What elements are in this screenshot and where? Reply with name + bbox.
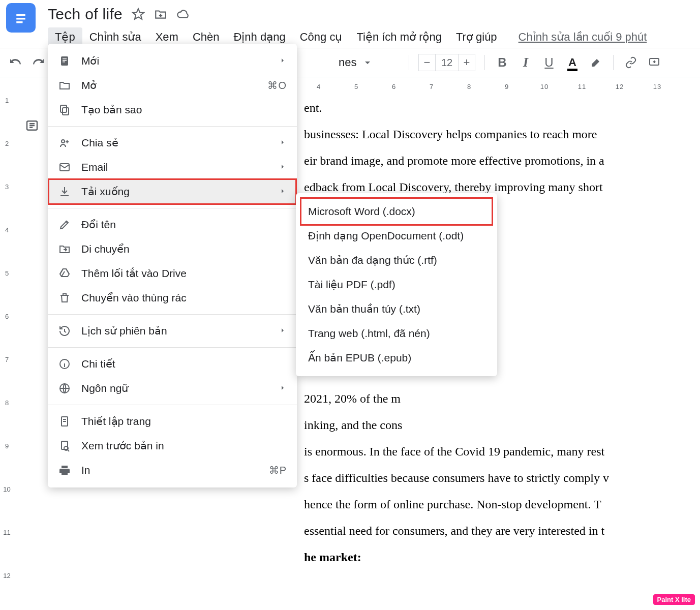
menu-item-label: Thêm lối tắt vào Drive bbox=[81, 267, 287, 280]
font-size-increase[interactable]: + bbox=[458, 54, 475, 71]
font-size-value[interactable]: 12 bbox=[436, 54, 458, 71]
submenu-item-label: Định dạng OpenDocument (.odt) bbox=[308, 230, 464, 242]
redo-button[interactable] bbox=[31, 54, 47, 71]
download-option--nh-d-ng-opendocument-odt-[interactable]: Định dạng OpenDocument (.odt) bbox=[296, 224, 497, 248]
download-icon bbox=[58, 186, 71, 198]
file-menu-m-[interactable]: Mở⌘O bbox=[48, 73, 297, 98]
drive-icon bbox=[58, 267, 71, 280]
file-menu-t-i-xu-ng[interactable]: Tải xuống bbox=[48, 179, 297, 204]
cloud-status-icon[interactable] bbox=[176, 8, 190, 21]
underline-button[interactable]: U bbox=[541, 54, 557, 71]
share-icon bbox=[58, 137, 71, 149]
menu-công-cụ[interactable]: Công cụ bbox=[293, 27, 350, 47]
preview-icon bbox=[58, 440, 71, 452]
rename-icon bbox=[58, 219, 71, 231]
history-icon bbox=[58, 325, 71, 337]
submenu-arrow-icon bbox=[279, 55, 287, 67]
copy-icon bbox=[58, 104, 71, 116]
file-menu-email[interactable]: Email bbox=[48, 155, 297, 179]
svg-point-17 bbox=[62, 140, 65, 143]
download-submenu: Microsoft Word (.docx)Định dạng OpenDocu… bbox=[296, 193, 497, 376]
menu-item-label: Chia sẻ bbox=[81, 137, 268, 149]
shortcut-label: ⌘O bbox=[267, 79, 287, 92]
menu-divider bbox=[48, 208, 297, 208]
menu-tiện-ích-mở-rộng[interactable]: Tiện ích mở rộng bbox=[349, 27, 449, 47]
file-menu-di-chuy-n[interactable]: Di chuyển bbox=[48, 237, 297, 261]
menu-item-label: Chuyển vào thùng rác bbox=[81, 292, 287, 304]
submenu-item-label: Ấn bản EPUB (.epub) bbox=[308, 352, 411, 364]
file-menu-in[interactable]: In⌘P bbox=[48, 458, 297, 482]
svg-rect-11 bbox=[61, 56, 68, 66]
file-menu-m-i[interactable]: Mới bbox=[48, 49, 297, 73]
doc-title[interactable]: Tech of life bbox=[48, 6, 123, 23]
file-menu-chi-ti-t[interactable]: Chi tiết bbox=[48, 352, 297, 376]
text-color-button[interactable]: A bbox=[564, 54, 581, 71]
menu-item-label: Lịch sử phiên bản bbox=[81, 325, 268, 337]
document-outline-button[interactable] bbox=[24, 118, 29, 135]
menu-item-label: Tải xuống bbox=[81, 186, 268, 198]
download-option-v-n-b-n-a-d-ng-th-c-rtf-[interactable]: Văn bản đa dạng thức (.rtf) bbox=[296, 248, 497, 272]
svg-rect-16 bbox=[60, 105, 67, 112]
dropdown-caret-icon bbox=[361, 56, 374, 69]
separator bbox=[409, 55, 409, 70]
svg-rect-2 bbox=[16, 14, 25, 16]
watermark-badge: Paint X lite bbox=[653, 594, 695, 605]
bold-button[interactable]: B bbox=[494, 54, 510, 71]
menu-item-label: Thiết lập trang bbox=[81, 415, 287, 428]
submenu-item-label: Microsoft Word (.docx) bbox=[308, 205, 415, 218]
docs-logo[interactable] bbox=[6, 3, 36, 33]
menu-divider bbox=[48, 126, 297, 127]
italic-button[interactable]: I bbox=[518, 54, 534, 71]
submenu-arrow-icon bbox=[279, 325, 287, 337]
menu-item-label: Tạo bản sao bbox=[81, 104, 287, 116]
separator bbox=[613, 55, 614, 70]
font-size-stepper[interactable]: − 12 + bbox=[418, 54, 475, 71]
file-menu: MớiMở⌘OTạo bản saoChia sẻEmailTải xuốngĐ… bbox=[48, 44, 297, 487]
trash-icon bbox=[58, 292, 71, 304]
file-menu-th-m-l-i-t-t-v-o-drive[interactable]: Thêm lối tắt vào Drive bbox=[48, 261, 297, 286]
file-menu--i-t-n[interactable]: Đổi tên bbox=[48, 212, 297, 237]
font-name-visible: nes bbox=[339, 56, 356, 69]
download-option-trang-web-html-n-n-[interactable]: Trang web (.html, đã nén) bbox=[296, 321, 497, 346]
svg-rect-13 bbox=[63, 60, 67, 61]
submenu-item-label: Văn bản đa dạng thức (.rtf) bbox=[308, 254, 437, 266]
submenu-arrow-icon bbox=[279, 161, 287, 173]
star-icon[interactable] bbox=[132, 8, 145, 21]
download-option-microsoft-word-docx-[interactable]: Microsoft Word (.docx) bbox=[296, 199, 497, 224]
doc-icon bbox=[58, 55, 71, 67]
file-menu-xem-tr-c-b-n-in[interactable]: Xem trước bản in bbox=[48, 434, 297, 458]
download-option-t-i-li-u-pdf-pdf-[interactable]: Tài liệu PDF (.pdf) bbox=[296, 272, 497, 297]
menu-item-label: Di chuyển bbox=[81, 243, 287, 255]
menu-item-label: Email bbox=[81, 161, 268, 173]
submenu-item-label: Trang web (.html, đã nén) bbox=[308, 327, 430, 340]
svg-rect-4 bbox=[16, 21, 22, 23]
svg-rect-15 bbox=[63, 108, 69, 115]
file-menu-ng-n-ng-[interactable]: Ngôn ngữ bbox=[48, 376, 297, 401]
svg-marker-5 bbox=[133, 9, 144, 19]
download-option-v-n-b-n-thu-n-t-y-txt-[interactable]: Văn bản thuần túy (.txt) bbox=[296, 297, 497, 321]
font-size-decrease[interactable]: − bbox=[418, 54, 436, 71]
move-icon bbox=[58, 243, 71, 255]
file-menu-chuy-n-v-o-th-ng-r-c[interactable]: Chuyển vào thùng rác bbox=[48, 286, 297, 310]
submenu-arrow-icon bbox=[279, 186, 287, 198]
font-family-select[interactable]: nes bbox=[339, 56, 400, 69]
menu-item-label: In bbox=[81, 464, 259, 476]
download-option--n-b-n-epub-epub-[interactable]: Ấn bản EPUB (.epub) bbox=[296, 346, 497, 370]
separator bbox=[484, 55, 485, 70]
menu-item-label: Xem trước bản in bbox=[81, 440, 287, 452]
insert-comment-button[interactable] bbox=[646, 54, 662, 71]
submenu-arrow-icon bbox=[279, 382, 287, 394]
move-to-folder-icon[interactable] bbox=[154, 8, 167, 21]
info-icon bbox=[58, 358, 71, 370]
insert-link-button[interactable] bbox=[623, 54, 639, 71]
highlight-button[interactable] bbox=[588, 54, 604, 71]
svg-rect-12 bbox=[63, 58, 67, 59]
file-menu-t-o-b-n-sao[interactable]: Tạo bản sao bbox=[48, 98, 297, 122]
file-menu-l-ch-s-phi-n-b-n[interactable]: Lịch sử phiên bản bbox=[48, 319, 297, 343]
last-edit-link[interactable]: Chỉnh sửa lần cuối 9 phút bbox=[519, 30, 647, 44]
menu-trợ-giúp[interactable]: Trợ giúp bbox=[449, 27, 504, 47]
menu-item-label: Mở bbox=[81, 79, 257, 92]
file-menu-thi-t-l-p-trang[interactable]: Thiết lập trang bbox=[48, 409, 297, 434]
undo-button[interactable] bbox=[7, 54, 23, 71]
file-menu-chia-s-[interactable]: Chia sẻ bbox=[48, 131, 297, 155]
